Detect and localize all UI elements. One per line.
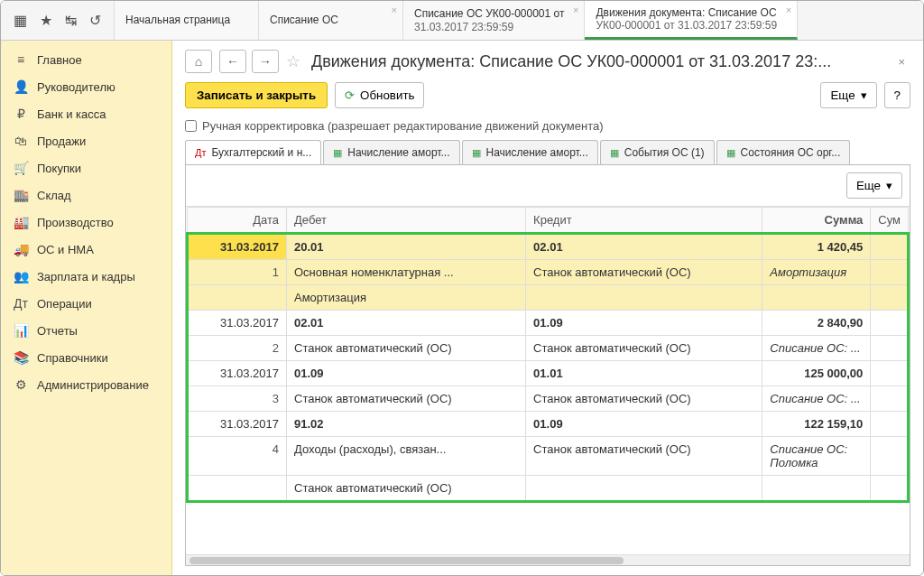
- table-row[interactable]: 31.03.2017 02.01 01.09 2 840,90: [188, 311, 909, 336]
- col-date[interactable]: Дата: [188, 208, 287, 234]
- tab-label: Движения документа: Списание ОС: [596, 6, 777, 19]
- refresh-button[interactable]: ⟳ Обновить: [335, 82, 424, 108]
- manual-edit-checkbox-row[interactable]: Ручная корректировка (разрешает редактир…: [172, 116, 923, 140]
- history-icon[interactable]: ↺: [89, 12, 101, 29]
- table-scroll[interactable]: Дата Дебет Кредит Сумма Сум 31.03.2017 2…: [186, 206, 910, 554]
- cell-comment: Амортизация: [762, 260, 871, 285]
- close-icon[interactable]: ×: [892, 55, 910, 69]
- tab-writeoff[interactable]: Списание ОС ×: [259, 1, 403, 40]
- cell-date: 31.03.2017: [188, 412, 287, 437]
- help-button[interactable]: ?: [884, 82, 910, 108]
- table-container: Еще ▾ Дата Дебет Кредит Сумма Сум: [185, 164, 910, 566]
- cell-debit-sub2: Амортизация: [287, 285, 526, 311]
- sidebar-item-label: Главное: [37, 53, 82, 67]
- inner-tab-label: События ОС (1): [624, 146, 705, 159]
- close-icon[interactable]: ×: [573, 5, 578, 16]
- sidebar-item-assets[interactable]: 🚚ОС и НМА: [1, 236, 171, 263]
- sidebar-item-operations[interactable]: ДтОперации: [1, 290, 171, 317]
- sidebar-item-main[interactable]: ≡Главное: [1, 46, 171, 73]
- inner-tab-label: Состояния ОС орг...: [741, 146, 841, 159]
- inner-tab-accounting[interactable]: ДтБухгалтерский и н...: [185, 140, 321, 164]
- cell-rownum: 2: [188, 336, 287, 361]
- table-row[interactable]: 31.03.2017 20.01 02.01 1 420,45: [188, 234, 909, 260]
- home-button[interactable]: ⌂: [185, 50, 212, 73]
- back-button[interactable]: ←: [219, 50, 246, 73]
- star-icon[interactable]: ★: [40, 12, 52, 29]
- cell-debit-sub: Станок автоматический (ОС): [287, 386, 526, 412]
- cell-credit-acc: 01.09: [526, 311, 762, 336]
- cell-credit-sub: Станок автоматический (ОС): [526, 437, 762, 476]
- table-more-button[interactable]: Еще ▾: [846, 172, 902, 199]
- ruble-icon: ₽: [14, 107, 28, 121]
- dtkt-icon: Дт: [195, 147, 207, 158]
- sidebar-item-label: Склад: [37, 189, 71, 202]
- close-icon[interactable]: ×: [392, 5, 397, 16]
- cell-debit-acc: 20.01: [287, 234, 526, 260]
- tab-home[interactable]: Начальная страница: [115, 1, 259, 40]
- sidebar-item-catalogs[interactable]: 📚Справочники: [1, 344, 171, 371]
- bag-icon: 🛍: [14, 134, 28, 148]
- table-row[interactable]: 3 Станок автоматический (ОС) Станок авто…: [188, 386, 909, 412]
- inner-tab-events[interactable]: ▦События ОС (1): [600, 140, 715, 164]
- horizontal-scrollbar[interactable]: [186, 554, 910, 565]
- inner-tab-depr2[interactable]: ▦Начисление аморт...: [462, 140, 598, 164]
- tab-movements[interactable]: Движения документа: Списание ОС УК00-000…: [585, 1, 798, 40]
- sidebar-item-reports[interactable]: 📊Отчеты: [1, 317, 171, 344]
- title-bar: ⌂ ← → ☆ Движения документа: Списание ОС …: [172, 41, 923, 79]
- sidebar-item-hr[interactable]: 👥Зарплата и кадры: [1, 263, 171, 290]
- sidebar-item-warehouse[interactable]: 🏬Склад: [1, 181, 171, 209]
- cell-sum: 1 420,45: [762, 234, 871, 260]
- manual-edit-checkbox[interactable]: [185, 120, 197, 132]
- close-icon[interactable]: ×: [786, 5, 791, 16]
- forward-button[interactable]: →: [252, 50, 279, 73]
- save-and-close-button[interactable]: Записать и закрыть: [185, 82, 328, 108]
- table-row[interactable]: Станок автоматический (ОС): [188, 476, 909, 502]
- sidebar-item-admin[interactable]: ⚙Администрирование: [1, 371, 171, 398]
- cell-extra: [871, 361, 909, 386]
- more-button[interactable]: Еще ▾: [820, 82, 876, 108]
- tab-label: Начальная страница: [125, 14, 238, 26]
- table-row[interactable]: 1 Основная номенклатурная ... Станок авт…: [188, 260, 909, 285]
- col-extra[interactable]: Сум: [871, 208, 909, 234]
- tab-label: Списание ОС: [270, 14, 383, 26]
- table-row[interactable]: 31.03.2017 91.02 01.09 122 159,10: [188, 412, 909, 437]
- inner-tab-depr1[interactable]: ▦Начисление аморт...: [323, 140, 459, 164]
- tab-writeoff-doc[interactable]: Списание ОС УК00-000001 от 31.03.2017 23…: [403, 1, 585, 40]
- scroll-thumb[interactable]: [189, 557, 624, 564]
- col-credit[interactable]: Кредит: [526, 208, 762, 234]
- sidebar-item-production[interactable]: 🏭Производство: [1, 209, 171, 236]
- factory-icon: 🏭: [14, 215, 28, 229]
- cell-sum: 125 000,00: [762, 361, 871, 386]
- sidebar-item-bank[interactable]: ₽Банк и касса: [1, 100, 171, 127]
- table-row[interactable]: 4 Доходы (расходы), связан... Станок авт…: [188, 437, 909, 476]
- cell-extra: [871, 234, 909, 260]
- person-icon: 👤: [14, 79, 28, 94]
- toolbar: Записать и закрыть ⟳ Обновить Еще ▾ ?: [172, 79, 923, 116]
- col-debit[interactable]: Дебет: [287, 208, 526, 234]
- chevron-down-icon: ▾: [861, 88, 867, 102]
- cell-credit-sub: Станок автоматический (ОС): [526, 386, 762, 412]
- sidebar-item-purchases[interactable]: 🛒Покупки: [1, 154, 171, 181]
- table-row[interactable]: Амортизация: [188, 285, 909, 311]
- apps-icon[interactable]: ▦: [14, 12, 27, 29]
- cell-extra: [871, 386, 909, 412]
- sidebar-item-manager[interactable]: 👤Руководителю: [1, 73, 171, 100]
- sidebar-item-label: ОС и НМА: [37, 243, 94, 256]
- table-row[interactable]: 2 Станок автоматический (ОС) Станок авто…: [188, 336, 909, 361]
- sidebar-item-sales[interactable]: 🛍Продажи: [1, 127, 171, 154]
- tab-sublabel: УК00-000001 от 31.03.2017 23:59:59: [596, 19, 777, 32]
- table-row[interactable]: 31.03.2017 01.09 01.01 125 000,00: [188, 361, 909, 386]
- sidebar-item-label: Зарплата и кадры: [37, 270, 135, 283]
- books-icon: 📚: [14, 350, 28, 365]
- col-sum[interactable]: Сумма: [762, 208, 871, 234]
- chart-icon: 📊: [14, 323, 28, 338]
- top-tab-bar: ▦ ★ ↹ ↺ Начальная страница Списание ОС ×…: [1, 1, 923, 41]
- cell-extra: [871, 260, 909, 285]
- top-icon-group: ▦ ★ ↹ ↺: [1, 1, 115, 40]
- favorite-icon[interactable]: ☆: [286, 51, 300, 71]
- truck-icon: 🚚: [14, 242, 28, 256]
- cell-comment: Списание ОС: ...: [762, 336, 871, 361]
- swap-icon[interactable]: ↹: [65, 12, 77, 29]
- table-header-row: Дата Дебет Кредит Сумма Сум: [188, 208, 909, 234]
- inner-tab-states[interactable]: ▦Состояния ОС орг...: [716, 140, 851, 164]
